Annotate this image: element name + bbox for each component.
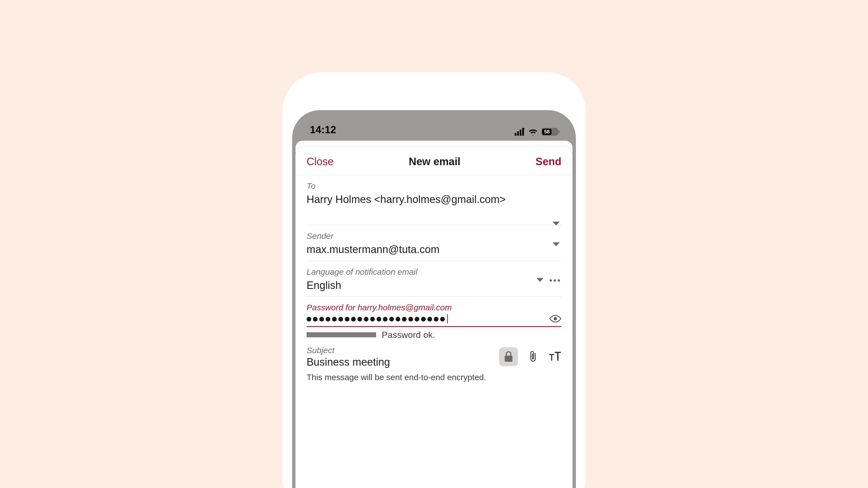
status-icons: 58: [515, 128, 558, 136]
close-button[interactable]: Close: [307, 156, 334, 168]
sheet-title: New email: [409, 156, 460, 168]
cellular-icon: [515, 128, 525, 136]
password-field[interactable]: Password for harry.holmes@gmail.com ●●●●…: [307, 297, 561, 327]
password-label: Password for harry.holmes@gmail.com: [307, 303, 561, 312]
attachment-icon[interactable]: [526, 350, 540, 363]
svg-rect-1: [517, 131, 519, 136]
sheet-header: Close New email Send: [296, 148, 572, 175]
reveal-password-icon[interactable]: [549, 314, 561, 323]
subject-label: Subject: [307, 346, 499, 355]
compose-form: To Harry Holmes <harry.holmes@gmail.com>…: [296, 175, 572, 393]
sender-label: Sender: [307, 231, 561, 241]
encryption-note: This message will be sent end-to-end enc…: [307, 368, 561, 393]
encryption-lock-icon[interactable]: [499, 347, 518, 366]
password-strength-text: Password ok.: [382, 330, 435, 340]
svg-rect-2: [520, 130, 521, 136]
battery-icon: 58: [541, 128, 558, 136]
sender-value: max.mustermann@tuta.com: [307, 242, 561, 257]
language-label: Language of notification email: [307, 267, 561, 277]
to-value: Harry Holmes <harry.holmes@gmail.com>: [307, 192, 561, 206]
svg-point-5: [554, 317, 557, 320]
compose-sheet: Close New email Send To Harry Holmes <ha…: [296, 148, 572, 488]
sender-field[interactable]: Sender max.mustermann@tuta.com: [307, 225, 561, 261]
to-label: To: [307, 181, 561, 191]
subject-field[interactable]: Subject Business meeting: [307, 342, 561, 368]
text-cursor: [447, 314, 448, 323]
language-more-icon[interactable]: •••: [549, 276, 561, 285]
to-field[interactable]: To Harry Holmes <harry.holmes@gmail.com>: [307, 175, 561, 225]
subject-input[interactable]: Business meeting: [307, 356, 499, 368]
language-field[interactable]: Language of notification email English •…: [307, 261, 561, 297]
battery-level: 58: [542, 129, 551, 135]
password-masked-value: ●●●●●●●●●●●●●●●●●●●●●●: [307, 314, 446, 323]
status-time: 14:12: [310, 124, 336, 136]
svg-rect-6: [505, 356, 513, 362]
language-dropdown-icon[interactable]: [536, 277, 544, 283]
password-input[interactable]: ●●●●●●●●●●●●●●●●●●●●●●: [307, 314, 448, 323]
status-bar: 14:12 58: [292, 110, 576, 141]
svg-point-4: [523, 128, 524, 130]
text-format-icon[interactable]: [548, 350, 561, 363]
svg-rect-0: [515, 133, 516, 136]
password-strength-row: Password ok.: [307, 327, 561, 342]
language-value: English: [307, 278, 561, 293]
send-button[interactable]: Send: [535, 156, 561, 168]
password-strength-bar: [307, 332, 376, 337]
phone-frame: 14:12 58 Close New email Send: [292, 110, 576, 488]
sender-dropdown-icon[interactable]: [552, 241, 560, 247]
wifi-icon: [528, 128, 538, 136]
